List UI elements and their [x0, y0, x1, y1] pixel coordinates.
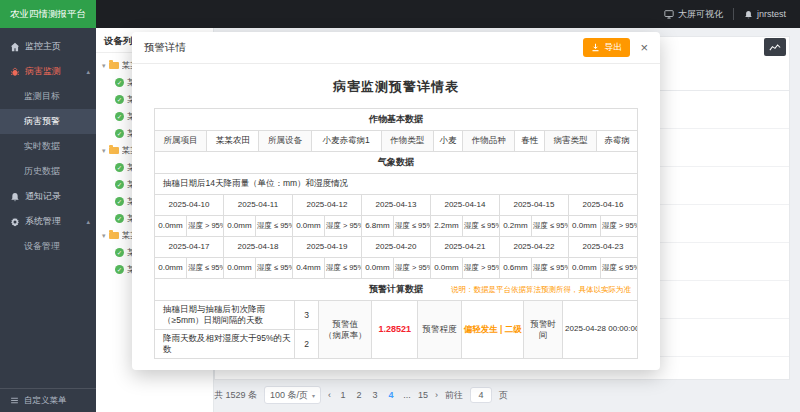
chevron-up-icon: ▴	[86, 68, 90, 76]
pager-ellipsis[interactable]: ...	[402, 390, 412, 400]
humidity-cell: 湿度 > 95%	[324, 216, 361, 237]
chevron-up-icon: ▴	[86, 218, 90, 226]
humidity-cell: 湿度 ≤ 95%	[600, 258, 637, 279]
custom-menu-button[interactable]: 自定义菜单	[0, 388, 96, 412]
humidity-cell: 湿度 ≤ 95%	[462, 216, 499, 237]
sidebar-item-disease-warning[interactable]: 病害预警	[0, 109, 96, 134]
warning-value-label: 预警值 （病原率）	[319, 301, 372, 359]
sidebar-item-monitor-target[interactable]: 监测目标	[0, 84, 96, 109]
weather-date-cell: 2025-04-17	[155, 237, 224, 258]
rainfall-cell: 0.4mm	[292, 258, 324, 279]
goto-label: 前往	[445, 389, 463, 402]
weather-table: 气象数据 抽穗日期后14天降雨量（单位：mm）和湿度情况 2025-04-102…	[154, 151, 638, 279]
crop-field-label: 所属项目	[155, 131, 207, 152]
custom-menu-label: 自定义菜单	[24, 395, 67, 407]
prev-page-button[interactable]: ‹	[328, 390, 331, 400]
topbar: 农业四情测报平台 大屏可视化 jnrstest	[0, 0, 800, 28]
weather-date-cell: 2025-04-20	[361, 237, 430, 258]
sidebar-item-realtime-data[interactable]: 实时数据	[0, 134, 96, 159]
goto-page-input[interactable]	[470, 387, 492, 403]
pager-page-3[interactable]: 3	[370, 390, 380, 400]
check-circle-icon: ✓	[115, 265, 124, 274]
rainfall-cell: 0.0mm	[223, 258, 255, 279]
humidity-cell: 湿度 ≤ 95%	[186, 258, 223, 279]
big-screen-label: 大屏可视化	[678, 8, 723, 21]
rainfall-cell: 0.0mm	[155, 258, 187, 279]
rainfall-cell: 0.6mm	[499, 258, 531, 279]
crop-field-label: 作物品种	[463, 131, 515, 152]
weather-body: 2025-04-102025-04-112025-04-122025-04-13…	[155, 195, 638, 279]
weather-section-header: 气象数据	[155, 152, 638, 174]
pager-page-15[interactable]: 15	[418, 390, 428, 400]
user-menu[interactable]: jnrstest	[744, 9, 786, 19]
weather-date-cell: 2025-04-11	[223, 195, 292, 216]
rainfall-cell: 0.0mm	[292, 216, 324, 237]
sidebar-menu: 监控主页 病害监测 ▴ 监测目标 病害预警 实时数据 历史数据	[0, 28, 96, 388]
check-circle-icon: ✓	[115, 248, 124, 257]
crop-field-label: 病害类型	[544, 131, 596, 152]
caret-down-icon: ▾	[102, 232, 106, 240]
page-size-select[interactable]: 100 条/页 ▾	[264, 386, 321, 404]
sidebar-item-monitor-home[interactable]: 监控主页	[0, 34, 96, 59]
line-chart-icon	[769, 43, 781, 52]
topbar-right: 大屏可视化 jnrstest	[664, 8, 800, 21]
pager-page-4[interactable]: 4	[386, 390, 396, 400]
weather-date-cell: 2025-04-21	[430, 237, 499, 258]
rainfall-cell: 0.0mm	[155, 216, 187, 237]
crop-field-value: 小麦	[433, 131, 462, 152]
metric-label: 降雨天数及相对湿度大于95%的天数	[155, 330, 295, 359]
sidebar-item-label: 通知记录	[25, 190, 61, 203]
crop-section-header: 作物基本数据	[155, 109, 638, 131]
metric-label: 抽穗日期与抽穗后初次降雨（≥5mm）日期间隔的天数	[155, 301, 295, 330]
weather-date-cell: 2025-04-10	[155, 195, 224, 216]
modal-header: 预警详情 导出 ×	[132, 32, 660, 64]
sidebar-item-notification-log[interactable]: 通知记录	[0, 184, 96, 209]
rainfall-cell: 2.2mm	[430, 216, 462, 237]
pager-page-1[interactable]: 1	[338, 390, 348, 400]
chart-view-button[interactable]	[764, 38, 786, 56]
check-circle-icon: ✓	[115, 197, 124, 206]
crop-field-value: 某某农田	[207, 131, 259, 152]
crop-field-label: 所属设备	[259, 131, 311, 152]
check-circle-icon: ✓	[115, 78, 124, 87]
calc-section-title: 预警计算数据	[369, 284, 423, 294]
calc-section-header: 预警计算数据 说明：数据是平台依据算法预测所得，具体以实际为准	[155, 279, 638, 301]
disease-submenu: 监测目标 病害预警 实时数据 历史数据	[0, 84, 96, 184]
humidity-cell: 湿度 > 95%	[600, 216, 637, 237]
weather-date-cell: 2025-04-19	[292, 237, 361, 258]
humidity-cell: 湿度 ≤ 95%	[393, 216, 430, 237]
gear-icon	[10, 217, 20, 227]
export-label: 导出	[604, 41, 622, 54]
export-button[interactable]: 导出	[583, 38, 630, 57]
big-screen-link[interactable]: 大屏可视化	[664, 8, 723, 21]
warning-value: 1.28521	[372, 301, 418, 359]
calc-table: 预警计算数据 说明：数据是平台依据算法预测所得，具体以实际为准 抽穗日期与抽穗后…	[154, 278, 638, 359]
bell-icon	[744, 10, 753, 19]
sidebar-group-disease-monitor[interactable]: 病害监测 ▴	[0, 59, 96, 84]
page-size-value: 100 条/页	[270, 389, 308, 402]
close-icon[interactable]: ×	[640, 41, 648, 54]
next-page-button[interactable]: ›	[435, 390, 438, 400]
rainfall-cell: 0.0mm	[223, 216, 255, 237]
sidebar-item-label: 实时数据	[24, 140, 60, 153]
sidebar-item-device-management[interactable]: 设备管理	[0, 234, 96, 259]
sidebar-item-label: 监测目标	[24, 90, 60, 103]
weather-subtitle: 抽穗日期后14天降雨量（单位：mm）和湿度情况	[155, 174, 638, 195]
crop-field-label: 作物类型	[381, 131, 433, 152]
sidebar-group-system-management[interactable]: 系统管理 ▴	[0, 209, 96, 234]
app-logo: 农业四情测报平台	[0, 0, 96, 28]
weather-date-cell: 2025-04-14	[430, 195, 499, 216]
check-circle-icon: ✓	[115, 163, 124, 172]
weather-date-cell: 2025-04-12	[292, 195, 361, 216]
folder-icon	[109, 62, 119, 69]
sidebar-item-label: 历史数据	[24, 165, 60, 178]
pager-page-2[interactable]: 2	[354, 390, 364, 400]
humidity-cell: 湿度 > 95%	[186, 216, 223, 237]
metric-value: 2	[295, 330, 319, 359]
modal-title: 预警详情	[144, 41, 186, 55]
warning-level-label: 预警程度	[418, 301, 461, 359]
rainfall-cell: 0.0mm	[568, 258, 600, 279]
modal-body: 病害监测预警详情表 作物基本数据 所属项目某某农田所属设备小麦赤霉病1作物类型小…	[132, 64, 660, 370]
folder-icon	[109, 232, 119, 239]
sidebar-item-history-data[interactable]: 历史数据	[0, 159, 96, 184]
